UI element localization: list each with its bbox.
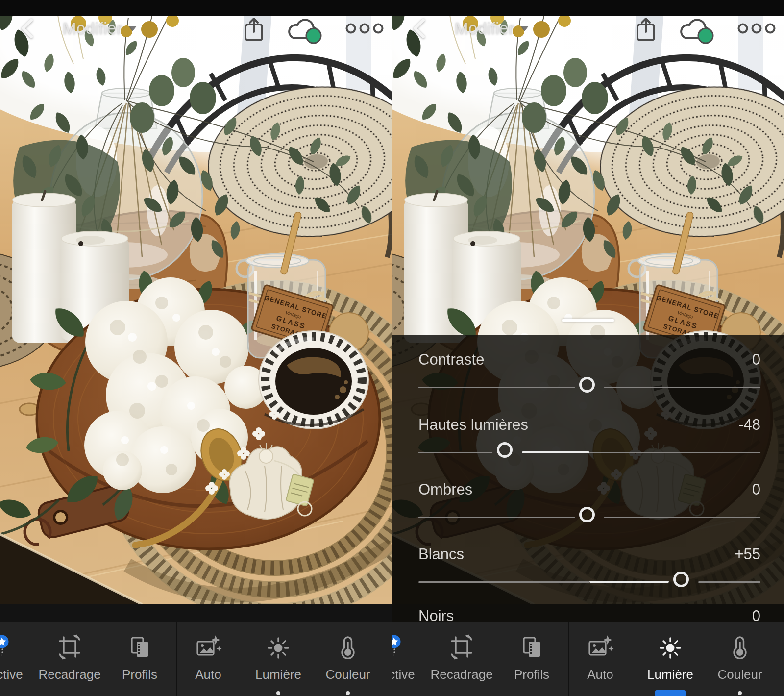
slider-blancs: Blancs +55 (392, 544, 784, 608)
slider-value: -48 (738, 414, 760, 436)
tool-auto[interactable]: Auto (172, 633, 245, 682)
tool-label: Profils (103, 667, 176, 682)
tool-selective[interactable]: Sélective (0, 633, 34, 682)
active-tool-indicator (655, 690, 686, 696)
more-icon (739, 25, 775, 33)
back-button[interactable] (411, 17, 430, 41)
slider-label: Contraste (418, 349, 484, 371)
crop-rotate-icon (56, 633, 83, 661)
tool-label: Recadrage (425, 667, 498, 682)
chevron-left-icon (415, 20, 423, 37)
slider-contraste: Contraste 0 (392, 349, 784, 414)
tool-label: Auto (172, 667, 245, 682)
share-button[interactable] (634, 15, 658, 44)
edited-indicator-dot (346, 691, 350, 695)
slider-track-line (589, 452, 760, 453)
share-export-icon (245, 19, 262, 40)
slider-fill (589, 581, 669, 583)
slider-label: Hautes lumières (418, 414, 528, 436)
chevron-left-icon (23, 20, 31, 37)
slider-hautes-lumieres: Hautes lumières -48 (392, 414, 784, 479)
crop-rotate-icon (448, 633, 475, 661)
more-options-button[interactable] (737, 21, 776, 36)
status-bar (392, 0, 784, 16)
tool-color[interactable]: Couleur (311, 633, 385, 682)
bottom-toolbar: Sélective Recadrage Profils (0, 622, 392, 696)
edited-indicator-dot (738, 691, 742, 695)
slider-value: 0 (752, 349, 760, 371)
tool-profiles[interactable]: Profils (495, 633, 568, 682)
chevron-down-icon (128, 25, 137, 32)
tool-label: Profils (495, 667, 568, 682)
tool-color[interactable]: Couleur (703, 633, 777, 682)
slider-value: +55 (735, 544, 760, 565)
slider-track-line (418, 581, 589, 583)
more-icon (347, 25, 383, 33)
tool-profiles[interactable]: Profils (103, 633, 176, 682)
profiles-icon (126, 633, 153, 661)
tool-label: Auto (564, 667, 637, 682)
tool-label: Sélective (0, 667, 34, 682)
share-export-icon (637, 19, 654, 40)
slider-track[interactable] (418, 442, 760, 464)
slider-track-line (604, 387, 760, 388)
slider-track-line (698, 581, 760, 583)
cloud-sync-button[interactable] (678, 16, 717, 46)
photo-canvas[interactable] (0, 16, 392, 604)
tool-light[interactable]: Lumière (634, 633, 707, 682)
slider-track[interactable] (418, 572, 760, 593)
slider-label: Noirs (418, 605, 454, 622)
tool-label: Couleur (311, 667, 385, 682)
slider-track[interactable] (418, 507, 760, 528)
slider-track[interactable] (418, 377, 760, 398)
slider-ombres: Ombres 0 (392, 479, 784, 544)
tool-crop[interactable]: Recadrage (425, 633, 498, 682)
screen-left: Modifier Sélective (0, 0, 392, 696)
selective-icon (392, 633, 403, 661)
tool-crop[interactable]: Recadrage (33, 633, 106, 682)
thermometer-icon (726, 633, 754, 661)
slider-label: Blancs (418, 544, 464, 565)
slider-handle[interactable] (579, 377, 595, 393)
tool-auto[interactable]: Auto (564, 633, 637, 682)
slider-value: 0 (752, 605, 760, 622)
screen-right: Modifier Contraste 0 (392, 0, 784, 696)
slider-track-line (418, 452, 492, 453)
slider-handle[interactable] (579, 507, 595, 522)
tool-label: Recadrage (33, 667, 106, 682)
edited-indicator-dot (276, 691, 280, 695)
bottom-toolbar: Sélective Recadrage Profils (392, 622, 784, 696)
panel-drag-handle[interactable] (562, 319, 614, 322)
back-button[interactable] (19, 17, 38, 41)
tool-label: Couleur (703, 667, 777, 682)
tool-label: Lumière (242, 667, 315, 682)
page-title[interactable]: Modifier (63, 19, 137, 38)
slider-track-line (418, 387, 575, 388)
slider-handle[interactable] (673, 572, 689, 587)
sun-icon (657, 633, 684, 661)
profiles-icon (518, 633, 545, 661)
cloud-sync-button[interactable] (286, 16, 325, 46)
auto-icon (195, 633, 222, 661)
thermometer-icon (334, 633, 362, 661)
selective-icon (0, 633, 11, 661)
tool-light[interactable]: Lumière (242, 633, 315, 682)
screenshot-root: Modifier Sélective (0, 0, 784, 696)
tool-selective[interactable]: Sélective (392, 633, 426, 682)
sun-icon (265, 633, 292, 661)
light-adjustments-panel: Contraste 0 Hautes lumières -48 Ombres 0… (392, 335, 784, 622)
share-button[interactable] (242, 15, 266, 44)
slider-noirs: Noirs 0 (392, 605, 784, 622)
screenshot-seam (392, 0, 392, 696)
more-options-button[interactable] (345, 21, 384, 36)
sync-status-dot (306, 28, 321, 43)
tool-label: Sélective (392, 667, 426, 682)
slider-track-line (604, 517, 760, 518)
slider-handle[interactable] (497, 442, 513, 458)
tool-label: Lumière (634, 667, 707, 682)
auto-icon (587, 633, 614, 661)
slider-fill (522, 451, 589, 453)
page-title[interactable]: Modifier (455, 19, 529, 38)
chevron-down-icon (520, 25, 529, 32)
slider-value: 0 (752, 479, 760, 500)
